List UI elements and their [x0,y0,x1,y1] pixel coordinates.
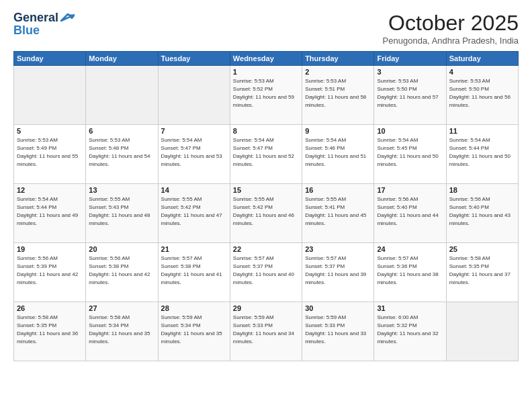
day-number: 24 [377,245,443,253]
day-info: Sunrise: 5:55 AM Sunset: 5:42 PM Dayligh… [161,195,227,228]
calendar-cell: 26Sunrise: 5:58 AM Sunset: 5:35 PM Dayli… [14,302,86,361]
calendar-cell: 8Sunrise: 5:54 AM Sunset: 5:47 PM Daylig… [230,125,302,184]
day-info: Sunrise: 5:56 AM Sunset: 5:38 PM Dayligh… [89,255,154,287]
header: General Blue October 2025 Penugonda, And… [13,11,519,46]
day-number: 6 [89,127,154,135]
calendar-cell: 2Sunrise: 5:53 AM Sunset: 5:51 PM Daylig… [302,66,374,125]
day-number: 30 [305,304,371,312]
calendar-cell: 30Sunrise: 5:59 AM Sunset: 5:33 PM Dayli… [302,302,374,361]
day-number: 13 [89,186,154,194]
day-number: 3 [377,68,443,76]
week-row-2: 5Sunrise: 5:53 AM Sunset: 5:49 PM Daylig… [14,125,519,184]
day-info: Sunrise: 5:59 AM Sunset: 5:33 PM Dayligh… [233,314,299,346]
week-row-3: 12Sunrise: 5:54 AM Sunset: 5:44 PM Dayli… [14,184,519,243]
calendar-header-row: SundayMondayTuesdayWednesdayThursdayFrid… [14,52,519,66]
calendar-cell: 13Sunrise: 5:55 AM Sunset: 5:43 PM Dayli… [86,184,158,243]
day-number: 16 [305,186,371,194]
calendar-cell: 23Sunrise: 5:57 AM Sunset: 5:37 PM Dayli… [302,243,374,302]
header-thursday: Thursday [302,52,374,66]
header-sunday: Sunday [14,52,86,66]
calendar-cell: 4Sunrise: 5:53 AM Sunset: 5:50 PM Daylig… [446,66,518,125]
day-number: 17 [377,186,443,194]
day-info: Sunrise: 5:57 AM Sunset: 5:36 PM Dayligh… [377,255,443,287]
calendar-cell: 20Sunrise: 5:56 AM Sunset: 5:38 PM Dayli… [86,243,158,302]
day-info: Sunrise: 6:00 AM Sunset: 5:32 PM Dayligh… [377,314,443,346]
calendar-cell: 17Sunrise: 5:56 AM Sunset: 5:40 PM Dayli… [374,184,446,243]
day-number: 10 [377,127,443,135]
day-info: Sunrise: 5:55 AM Sunset: 5:41 PM Dayligh… [305,195,371,228]
day-info: Sunrise: 5:55 AM Sunset: 5:42 PM Dayligh… [233,195,299,228]
day-number: 18 [449,186,515,194]
week-row-1: 1Sunrise: 5:53 AM Sunset: 5:52 PM Daylig… [14,66,519,125]
logo-blue: Blue [13,24,40,38]
day-number: 7 [161,127,227,135]
calendar-cell: 11Sunrise: 5:54 AM Sunset: 5:44 PM Dayli… [446,125,518,184]
week-row-5: 26Sunrise: 5:58 AM Sunset: 5:35 PM Dayli… [14,302,519,361]
day-number: 15 [233,186,299,194]
day-info: Sunrise: 5:54 AM Sunset: 5:47 PM Dayligh… [233,136,299,169]
day-number: 29 [233,304,299,312]
day-number: 20 [89,245,154,253]
day-info: Sunrise: 5:57 AM Sunset: 5:37 PM Dayligh… [305,255,371,287]
day-info: Sunrise: 5:55 AM Sunset: 5:43 PM Dayligh… [89,195,154,228]
calendar-cell: 22Sunrise: 5:57 AM Sunset: 5:37 PM Dayli… [230,243,302,302]
day-number: 8 [233,127,299,135]
week-row-4: 19Sunrise: 5:56 AM Sunset: 5:39 PM Dayli… [14,243,519,302]
calendar-cell: 25Sunrise: 5:58 AM Sunset: 5:35 PM Dayli… [446,243,518,302]
calendar-cell: 14Sunrise: 5:55 AM Sunset: 5:42 PM Dayli… [158,184,230,243]
day-info: Sunrise: 5:59 AM Sunset: 5:34 PM Dayligh… [161,314,227,346]
day-number: 9 [305,127,371,135]
calendar-cell: 24Sunrise: 5:57 AM Sunset: 5:36 PM Dayli… [374,243,446,302]
day-info: Sunrise: 5:54 AM Sunset: 5:44 PM Dayligh… [17,195,83,228]
calendar-cell: 12Sunrise: 5:54 AM Sunset: 5:44 PM Dayli… [14,184,86,243]
day-number: 28 [161,304,227,312]
day-number: 12 [17,186,83,194]
calendar-cell: 21Sunrise: 5:57 AM Sunset: 5:38 PM Dayli… [158,243,230,302]
day-info: Sunrise: 5:53 AM Sunset: 5:51 PM Dayligh… [305,77,371,109]
day-number: 4 [449,68,515,76]
day-info: Sunrise: 5:54 AM Sunset: 5:46 PM Dayligh… [305,136,371,169]
day-number: 22 [233,245,299,253]
day-number: 19 [17,245,83,253]
logo-general: General [13,11,58,25]
day-number: 23 [305,245,371,253]
day-info: Sunrise: 5:53 AM Sunset: 5:52 PM Dayligh… [233,77,299,109]
day-info: Sunrise: 5:58 AM Sunset: 5:34 PM Dayligh… [89,314,154,346]
day-number: 26 [17,304,83,312]
month-title: October 2025 [383,11,519,36]
day-info: Sunrise: 5:57 AM Sunset: 5:37 PM Dayligh… [233,255,299,287]
logo: General Blue [13,11,75,38]
calendar-cell: 7Sunrise: 5:54 AM Sunset: 5:47 PM Daylig… [158,125,230,184]
header-saturday: Saturday [446,52,518,66]
day-info: Sunrise: 5:56 AM Sunset: 5:39 PM Dayligh… [17,255,83,287]
calendar-cell: 6Sunrise: 5:53 AM Sunset: 5:48 PM Daylig… [86,125,158,184]
day-info: Sunrise: 5:53 AM Sunset: 5:50 PM Dayligh… [377,77,443,109]
calendar-cell: 16Sunrise: 5:55 AM Sunset: 5:41 PM Dayli… [302,184,374,243]
day-info: Sunrise: 5:54 AM Sunset: 5:45 PM Dayligh… [377,136,443,169]
day-info: Sunrise: 5:56 AM Sunset: 5:40 PM Dayligh… [377,195,443,228]
calendar-table: SundayMondayTuesdayWednesdayThursdayFrid… [13,51,519,361]
day-number: 5 [17,127,83,135]
calendar-cell [446,302,518,361]
calendar-container: General Blue October 2025 Penugonda, And… [0,0,532,411]
calendar-cell: 27Sunrise: 5:58 AM Sunset: 5:34 PM Dayli… [86,302,158,361]
day-number: 21 [161,245,227,253]
day-info: Sunrise: 5:54 AM Sunset: 5:47 PM Dayligh… [161,136,227,169]
day-info: Sunrise: 5:56 AM Sunset: 5:40 PM Dayligh… [449,195,515,228]
day-info: Sunrise: 5:54 AM Sunset: 5:44 PM Dayligh… [449,136,515,169]
day-info: Sunrise: 5:53 AM Sunset: 5:48 PM Dayligh… [89,136,154,169]
day-info: Sunrise: 5:59 AM Sunset: 5:33 PM Dayligh… [305,314,371,346]
header-monday: Monday [86,52,158,66]
calendar-cell: 29Sunrise: 5:59 AM Sunset: 5:33 PM Dayli… [230,302,302,361]
calendar-cell [86,66,158,125]
day-info: Sunrise: 5:58 AM Sunset: 5:35 PM Dayligh… [449,255,515,287]
day-info: Sunrise: 5:57 AM Sunset: 5:38 PM Dayligh… [161,255,227,287]
header-tuesday: Tuesday [158,52,230,66]
day-number: 25 [449,245,515,253]
logo-bird-icon [60,13,75,24]
calendar-cell [158,66,230,125]
calendar-cell [14,66,86,125]
calendar-cell: 3Sunrise: 5:53 AM Sunset: 5:50 PM Daylig… [374,66,446,125]
calendar-cell: 5Sunrise: 5:53 AM Sunset: 5:49 PM Daylig… [14,125,86,184]
calendar-cell: 10Sunrise: 5:54 AM Sunset: 5:45 PM Dayli… [374,125,446,184]
